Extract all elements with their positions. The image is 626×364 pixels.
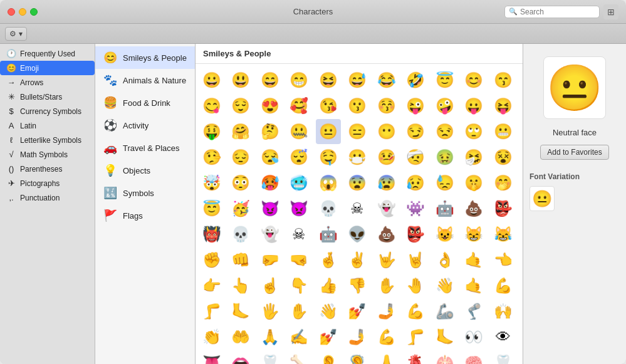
emoji-cell[interactable]: 🤯 <box>199 170 224 195</box>
sidebar-item-frequently-used[interactable]: 🕐 Frequently Used <box>0 46 95 61</box>
emoji-cell[interactable]: 👿 <box>286 196 311 221</box>
emoji-cell[interactable]: 🤣 <box>403 68 428 93</box>
emoji-cell[interactable]: 🤙 <box>461 273 486 298</box>
emoji-cell[interactable]: 😌 <box>228 93 253 118</box>
sidebar-item-math-symbols[interactable]: √ Math Symbols <box>0 147 95 162</box>
emoji-cell[interactable]: 😔 <box>228 145 253 170</box>
emoji-cell[interactable]: 🦿 <box>461 299 486 324</box>
emoji-cell[interactable]: 😬 <box>491 119 516 144</box>
emoji-cell[interactable]: 😑 <box>345 119 370 144</box>
emoji-cell[interactable]: 😇 <box>432 68 457 93</box>
minimize-button[interactable] <box>19 8 26 16</box>
emoji-cell[interactable]: 💪 <box>403 299 428 324</box>
emoji-cell[interactable]: 👍 <box>316 273 341 298</box>
emoji-cell[interactable]: 🦶 <box>432 325 457 350</box>
emoji-cell[interactable]: 🤭 <box>491 170 516 195</box>
gear-button[interactable]: ⚙ ▾ <box>5 27 27 41</box>
emoji-cell[interactable]: 😊 <box>461 68 486 93</box>
emoji-cell[interactable]: 💪 <box>491 273 516 298</box>
emoji-cell[interactable]: 🤖 <box>432 196 457 221</box>
search-box[interactable]: 🔍 <box>504 6 600 18</box>
emoji-cell[interactable]: 😰 <box>374 170 399 195</box>
emoji-cell[interactable]: 😹 <box>491 222 516 247</box>
emoji-cell[interactable]: 😳 <box>228 170 253 195</box>
cat-item-activity[interactable]: ⚽ Activity <box>95 114 195 137</box>
emoji-cell[interactable]: 👅 <box>199 350 224 364</box>
sidebar-item-bullets-stars[interactable]: ✳ Bullets/Stars <box>0 90 95 104</box>
emoji-cell[interactable]: 👎 <box>345 273 370 298</box>
emoji-cell[interactable]: 🤳 <box>345 325 370 350</box>
emoji-cell[interactable]: 😵 <box>491 145 516 170</box>
sidebar-item-pictographs[interactable]: ✈ Pictographs <box>0 176 95 190</box>
emoji-cell[interactable]: 💩 <box>374 222 399 247</box>
emoji-cell[interactable]: 🤤 <box>316 145 341 170</box>
emoji-cell[interactable]: 👺 <box>403 222 428 247</box>
sidebar-item-latin[interactable]: A Latin <box>0 118 95 133</box>
emoji-cell[interactable]: 😀 <box>199 68 224 93</box>
emoji-cell[interactable]: 👌 <box>432 247 457 273</box>
emoji-cell[interactable]: 💀 <box>228 222 253 247</box>
emoji-cell[interactable]: 😃 <box>228 68 253 93</box>
emoji-cell[interactable]: 🦻 <box>345 350 370 364</box>
emoji-cell[interactable]: 🤒 <box>374 145 399 170</box>
emoji-cell[interactable]: 😆 <box>316 68 341 93</box>
emoji-grid-container[interactable]: 😀😃😄😁😆😅😂🤣😇😊😙😋😌😍🥰😘😗😚😜🤪😛😝🤑🤗🤔🤐😐😑😶😏😒🙄😬🤥😔😪😴🤤😷🤒… <box>196 64 523 364</box>
emoji-cell[interactable]: 😙 <box>491 68 516 93</box>
grid-view-icon[interactable]: ⊞ <box>603 4 618 19</box>
emoji-cell[interactable]: 🤖 <box>316 222 341 247</box>
sidebar-item-arrows[interactable]: → Arrows <box>0 75 95 90</box>
emoji-cell[interactable]: 🤘 <box>403 247 428 273</box>
emoji-cell[interactable]: 🦵 <box>403 325 428 350</box>
emoji-cell[interactable]: 😏 <box>403 119 428 144</box>
search-input[interactable] <box>520 8 595 16</box>
cat-item-smileys-people[interactable]: 😊 Smileys & People <box>95 46 195 69</box>
emoji-cell[interactable]: 👁 <box>491 325 516 350</box>
emoji-cell[interactable]: 🧠 <box>461 350 486 364</box>
emoji-cell[interactable]: ☝ <box>258 273 283 298</box>
emoji-cell[interactable]: 😱 <box>316 170 341 195</box>
emoji-cell[interactable]: 😜 <box>403 93 428 118</box>
emoji-cell[interactable]: 🤫 <box>461 170 486 195</box>
emoji-cell[interactable]: 😺 <box>432 222 457 247</box>
emoji-cell[interactable]: 👏 <box>199 325 224 350</box>
emoji-cell[interactable]: 😁 <box>286 68 311 93</box>
emoji-cell[interactable]: 🤟 <box>374 247 399 273</box>
emoji-cell[interactable]: 👻 <box>374 196 399 221</box>
emoji-cell[interactable]: 😷 <box>345 145 370 170</box>
emoji-cell[interactable]: 😴 <box>286 145 311 170</box>
emoji-cell[interactable]: 🦶 <box>228 299 253 324</box>
emoji-cell[interactable]: 💩 <box>461 196 486 221</box>
emoji-cell[interactable]: 🤜 <box>286 247 311 273</box>
emoji-cell[interactable]: 🦷 <box>491 350 516 364</box>
emoji-cell[interactable]: 😥 <box>403 170 428 195</box>
emoji-cell[interactable]: 👂 <box>316 350 341 364</box>
emoji-cell[interactable]: 🤔 <box>258 119 283 144</box>
emoji-cell[interactable]: 😶 <box>374 119 399 144</box>
emoji-cell[interactable]: 👉 <box>199 273 224 298</box>
sidebar-item-currency-symbols[interactable]: $ Currency Symbols <box>0 104 95 118</box>
emoji-cell[interactable]: 👆 <box>228 273 253 298</box>
close-button[interactable] <box>8 8 15 16</box>
emoji-cell[interactable]: 😚 <box>374 93 399 118</box>
emoji-cell[interactable]: 🦵 <box>199 299 224 324</box>
emoji-cell[interactable]: 😍 <box>258 93 283 118</box>
emoji-cell[interactable]: 😛 <box>461 93 486 118</box>
sidebar-item-letterlike-symbols[interactable]: ℓ Letterlike Symbols <box>0 133 95 147</box>
cat-item-symbols[interactable]: 🔣 Symbols <box>95 182 195 204</box>
emoji-cell[interactable]: 🥳 <box>228 196 253 221</box>
emoji-cell[interactable]: 🤑 <box>199 119 224 144</box>
emoji-cell[interactable]: 👺 <box>491 196 516 221</box>
emoji-cell[interactable]: 😇 <box>199 196 224 221</box>
emoji-cell[interactable]: 🤪 <box>432 93 457 118</box>
emoji-cell[interactable]: 🤐 <box>286 119 311 144</box>
emoji-cell[interactable]: 👾 <box>403 196 428 221</box>
emoji-cell[interactable]: ✊ <box>199 247 224 273</box>
emoji-cell[interactable]: 👊 <box>228 247 253 273</box>
emoji-cell[interactable]: 🥵 <box>258 170 283 195</box>
emoji-cell[interactable]: 👃 <box>374 350 399 364</box>
emoji-cell[interactable]: ✋ <box>286 299 311 324</box>
emoji-cell[interactable]: 👄 <box>228 350 253 364</box>
emoji-cell[interactable]: 🤞 <box>316 247 341 273</box>
emoji-cell[interactable]: 🥶 <box>286 170 311 195</box>
emoji-cell[interactable]: 😸 <box>461 222 486 247</box>
